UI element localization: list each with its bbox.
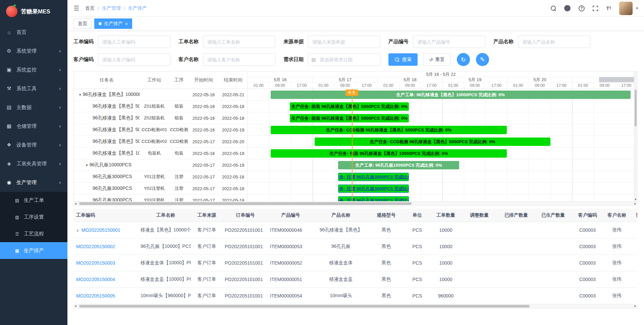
hamburger-icon[interactable]: ☰ [73,4,79,12]
row-collapse-icon[interactable]: ▾ [79,93,81,97]
filter-input[interactable] [203,36,275,48]
task-process-cell: 包装 [169,150,189,156]
tab-0[interactable]: 首页 [73,18,92,29]
search-button[interactable]: 搜索 [388,53,418,66]
table-row[interactable]: MO20220515000296孔孔板【10000】PCS客户订单PO20220… [73,238,637,255]
sidebar-subitem[interactable]: ▥工序设置 [0,209,67,225]
filter-input[interactable] [308,53,380,66]
orders-cell: 张伟 [603,255,630,271]
question-icon[interactable]: ? [579,5,585,11]
sidebar-item[interactable]: ❖设备管理∨ [0,136,67,154]
filter-input[interactable] [413,36,485,48]
gantt-bar[interactable]: 生产任务: 注塑 96孔孔板3000PCS 完成比例: 0% [338,173,409,181]
row-expand-icon[interactable]: ∨ [76,228,79,233]
task-name: 96孔移液盒【黑色】5000PCS [93,139,140,145]
order-code-link[interactable]: MO202205150003 [76,260,115,266]
scroll-right-arrow-icon[interactable]: ▸ [634,305,636,308]
gantt-bar[interactable]: 生产任务: 包装 96孔移液盒【黑色】10000PCS 完成比例: 0% [271,149,507,158]
fullscreen-icon[interactable] [593,6,598,11]
font-size-icon[interactable]: TT [606,6,611,11]
caret-down-icon[interactable]: ▾ [636,6,638,10]
search-icon[interactable] [551,6,556,11]
task-end-cell: 2022-05-18 [218,174,248,179]
order-code-link[interactable]: MO202205150004 [76,277,115,282]
sidebar-subitem[interactable]: ▦生产排产 [0,242,67,259]
orders-column-header: 工单编码 [73,209,141,222]
orders-cell: 张伟 [603,238,630,255]
sidebar-item[interactable]: ◈工装夹具管理∨ [0,154,67,173]
breadcrumb-item[interactable]: 生产管理 [102,5,121,11]
breadcrumb-item[interactable]: 首页 [85,5,95,11]
order-code-link[interactable]: MO202205150002 [76,244,115,249]
tabbar: 首页生产排产× [67,17,644,31]
gantt-task-row[interactable]: 96孔移液盒【黑色】5000PCSCCD检测#02CCD检测2022-05-17… [74,136,248,148]
orders-column-header: 工单名称 [141,209,191,222]
row-collapse-icon[interactable]: ▾ [86,163,88,167]
gantt-task-row[interactable]: 96孔移液盒【黑色】5000PCSZ01组装机组装2022-05-162022-… [74,101,248,112]
sidebar-item[interactable]: ⚙系统管理∨ [0,42,67,60]
timeline-row: 生产任务: 注塑 96孔孔板3000PCS 完成比例: 0% [248,195,634,201]
table-row[interactable]: MO202205150003移液盒盒体【10000】PCS客户订单PO20220… [73,255,637,271]
user-avatar[interactable] [619,2,633,15]
tab-1[interactable]: 生产排产× [94,18,132,29]
order-code-link[interactable]: MO202205150005 [76,293,115,299]
edit-button[interactable]: ✎ [476,53,489,66]
horizontal-scroll-thumb[interactable] [79,202,412,205]
gantt-bar[interactable]: 生产任务: 组装 96孔移液盒【黑色】5000PCS 完成比例: 0% [290,102,409,111]
vertical-scroll-thumb[interactable] [635,90,637,126]
warehouse-icon: ▦ [6,123,12,129]
gantt-bar[interactable]: 生产任务: 注塑 96孔孔板3000PCS 完成比例: 0% [338,184,409,193]
gantt-task-row[interactable]: 96孔孔板3000PCSY01注塑机注塑2022-05-172022-05-18 [74,171,248,183]
refresh-button[interactable]: ↻ [457,53,470,66]
gantt-bar[interactable]: 生产任务: 组装 96孔移液盒【黑色】5000PCS 完成比例: 0% [290,114,409,122]
scroll-down-arrow-icon[interactable]: ▾ [634,198,637,201]
filter-input[interactable] [518,36,590,48]
close-icon[interactable]: × [125,21,128,26]
scroll-left-arrow-icon[interactable]: ◂ [75,305,76,308]
chevron-down-icon: ∨ [59,68,61,72]
sidebar-item[interactable]: ▦仓储管理∨ [0,117,67,136]
reset-button[interactable]: ↺重置 [423,53,451,66]
sidebar-subitem[interactable]: ☰工艺流程 [0,225,67,242]
sidebar-item[interactable]: ◉生产管理∧ [0,173,67,192]
github-icon[interactable] [564,5,571,11]
gantt-bar[interactable]: 生产工单: 96孔孔板10000PCS 完成比例: 0% [338,161,459,169]
orders-cell: MO202205150004 [73,271,141,287]
horizontal-scroll-thumb[interactable] [79,305,530,308]
task-name-cell: 96孔孔板3000PCS [74,197,140,201]
scroll-right-arrow-icon[interactable]: ▸ [634,202,636,205]
filter-input[interactable] [98,36,170,48]
order-code-link[interactable]: MO202205150001 [82,227,120,233]
sidebar-item[interactable]: ⌂首页 [0,23,67,42]
sidebar-item[interactable]: ▤主数据∨ [0,98,67,117]
sidebar-item[interactable]: ⚒系统工具∨ [0,79,67,98]
filter-input[interactable] [308,36,380,48]
gantt-task-row[interactable]: ▾96孔孔板10000PCS2022-05-172022-05-19 [74,159,248,171]
flow-icon: ☰ [14,231,20,236]
filter-input[interactable] [203,53,275,66]
gantt-bar[interactable]: 生产任务: 注塑 96孔孔板3000PCS 完成比例: 0% [338,196,409,201]
gantt-bar[interactable]: 生产任务: CCD检测 96孔移液盒【黑色】5000PCS 完成比例: 0% [315,138,550,146]
scroll-left-arrow-icon[interactable]: ◂ [75,202,76,205]
filter-input[interactable] [98,53,170,66]
table-horizontal-scrollbar[interactable]: ◂ ▸ [73,304,637,309]
gantt-vertical-scrollbar[interactable]: ▾ [634,71,637,201]
topbar-actions: ? TT ▾ [551,2,638,15]
gantt-task-row[interactable]: 96孔移液盒【黑色】10000PCS包装机包装2022-05-162022-05… [74,148,248,159]
gantt-task-row[interactable]: 96孔移液盒【黑色】5000PCSZ02组装机组装2022-05-162022-… [74,112,248,124]
gantt-bar[interactable]: 生产工单: 96孔移液盒【黑色】10000PCS 完成比例: 0% [271,91,631,99]
gantt-task-row[interactable]: 96孔孔板3000PCSY03注塑机注塑2022-05-172022-05-18 [74,195,248,201]
breadcrumb-item[interactable]: 生产排产 [128,5,147,11]
gantt-horizontal-scrollbar[interactable]: ◂ ▸ [73,202,637,206]
table-row[interactable]: ∨MO202205150001移液盒【黑色】10000个客户订单PO202205… [73,222,637,238]
gantt-task-row[interactable]: 96孔孔板3000PCSY02注塑机注塑2022-05-172022-05-18 [74,183,248,195]
sidebar-item[interactable]: ▣系统监控∨ [0,60,67,79]
gantt-task-row[interactable]: 96孔移液盒【黑色】5000PCSCCD检测#01CCD检测2022-05-16… [74,124,248,136]
sidebar-subitem[interactable]: ▤生产工单 [0,192,67,209]
table-row[interactable]: MO202205150004移液盒盒盖【10000】PCS客户订单PO20220… [73,271,637,287]
table-row[interactable]: MO20220515000510mm吸头【960000】PCS客户订单PO202… [73,287,637,304]
orders-cell: 96孔孔板【10000】PCS [141,238,191,255]
gantt-task-row[interactable]: ▾96孔移液盒【黑色】10000PCS2022-05-162022-05-21 [74,89,248,101]
gantt-bar[interactable]: 生产任务: CCD检测 96孔移液盒【黑色】5000PCS 完成比例: 0% [271,126,507,134]
chevron-up-icon: ∧ [59,180,61,185]
